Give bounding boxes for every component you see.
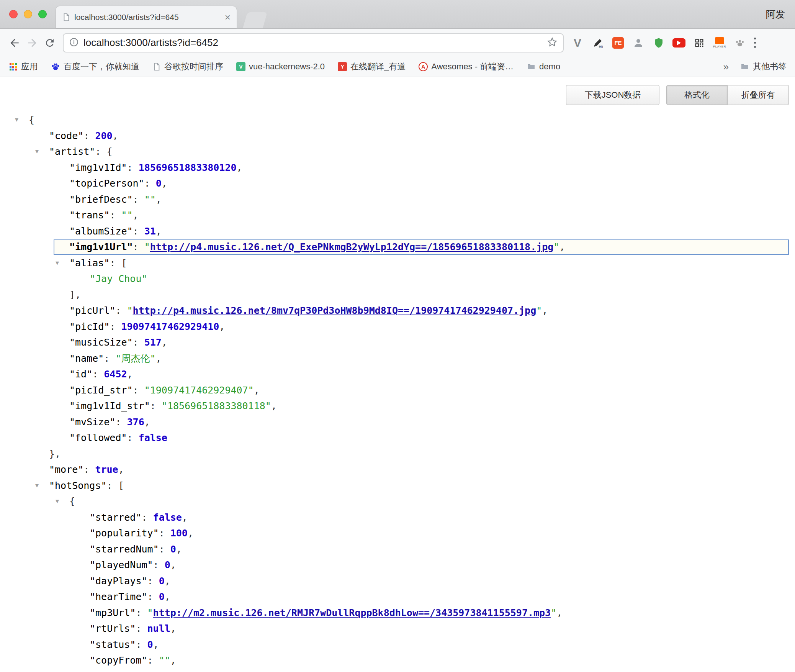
json-punctuation: :	[150, 400, 162, 411]
json-punctuation: [	[118, 480, 124, 491]
bookmark-demo-folder[interactable]: demo	[527, 62, 560, 72]
player-icon	[715, 37, 724, 44]
json-punctuation: ,	[118, 464, 124, 475]
json-line: "dayPlays": 0,	[0, 573, 795, 589]
fe-extension-icon[interactable]: FE	[610, 35, 626, 51]
json-punctuation: ,	[182, 512, 188, 523]
json-string: ""	[159, 655, 170, 666]
json-number: 0	[170, 544, 176, 555]
json-punctuation: ,	[170, 559, 176, 570]
json-punctuation: ,	[127, 369, 133, 380]
json-key: "id"	[69, 369, 92, 380]
json-link[interactable]: http://m2.music.126.net/RMJR7wDullRqppBk…	[153, 607, 551, 618]
json-number: 0	[159, 591, 165, 602]
player-extension-icon[interactable]: PLAYER	[712, 35, 727, 51]
json-line: ▼{	[0, 112, 795, 128]
json-punctuation: ,	[156, 226, 162, 237]
json-link[interactable]: http://p4.music.126.net/8mv7qP30Pd3oHW8b…	[133, 305, 537, 316]
collapse-toggle-icon[interactable]: ▼	[35, 478, 39, 494]
json-line: "picUrl": "http://p4.music.126.net/8mv7q…	[0, 303, 795, 319]
close-window-button[interactable]	[9, 10, 18, 18]
new-tab-button[interactable]	[243, 12, 267, 28]
back-button[interactable]	[7, 35, 22, 51]
json-line: ],	[0, 287, 795, 303]
collapse-toggle-icon[interactable]: ▼	[56, 255, 59, 271]
bookmark-vue-hackernews[interactable]: V vue-hackernews-2.0	[236, 62, 325, 72]
json-punctuation: :	[133, 241, 144, 252]
json-punctuation: ,	[219, 321, 225, 332]
json-key: "alias"	[69, 257, 110, 269]
json-line: "status": 0,	[0, 637, 795, 653]
bookmark-star-icon[interactable]	[547, 37, 558, 49]
json-line: "rtUrls": null,	[0, 621, 795, 637]
minimize-window-button[interactable]	[24, 10, 32, 18]
json-punctuation: :	[83, 130, 95, 141]
json-punctuation: :	[159, 528, 170, 539]
shield-extension-icon[interactable]	[651, 35, 666, 51]
vue-icon: V	[236, 62, 245, 71]
collapse-toggle-icon[interactable]: ▼	[15, 112, 18, 128]
bookmark-youdao[interactable]: Y 在线翻译_有道	[338, 61, 406, 72]
bookmark-label: 谷歌按时间排序	[164, 61, 223, 72]
json-punctuation: ,	[162, 337, 167, 348]
json-number: 0	[147, 639, 153, 650]
bookmark-google-sort[interactable]: 谷歌按时间排序	[152, 61, 223, 72]
collapse-toggle-icon[interactable]: ▼	[35, 144, 39, 160]
json-punctuation: ,	[156, 353, 162, 364]
browser-tab[interactable]: localhost:3000/artists?id=645 ×	[56, 6, 237, 28]
json-punctuation: :	[83, 464, 95, 475]
json-key: "hearTime"	[90, 591, 147, 602]
fe-glyph: FE	[612, 37, 624, 49]
vimium-extension-icon[interactable]: V	[570, 35, 585, 51]
forward-button[interactable]	[25, 35, 40, 51]
json-line: },	[0, 446, 795, 462]
profile-name[interactable]: 阿发	[766, 8, 785, 21]
json-key: "picUrl"	[69, 305, 115, 316]
collapse-all-button[interactable]: 折叠所有	[728, 85, 789, 105]
bookmark-apps[interactable]: 应用	[8, 61, 38, 72]
qrcode-extension-icon[interactable]	[692, 35, 707, 51]
youtube-extension-icon[interactable]	[671, 35, 687, 51]
json-line: ▼"artist": {	[0, 144, 795, 160]
bookmark-baidu[interactable]: 百度一下，你就知道	[51, 61, 139, 72]
json-punctuation: :	[127, 162, 139, 173]
fullscreen-window-button[interactable]	[38, 10, 47, 18]
json-punctuation: ,	[153, 639, 159, 650]
reload-button[interactable]	[42, 35, 57, 51]
format-button[interactable]: 格式化	[666, 85, 728, 105]
json-punctuation: :	[141, 512, 153, 523]
bookmarks-overflow-chevron[interactable]: »	[723, 61, 729, 73]
bookmark-awesomes[interactable]: A Awesomes - 前端资…	[419, 61, 514, 72]
page-content: 下载JSON数据 格式化 折叠所有 ▼{"code": 200,▼"artist…	[0, 77, 795, 669]
json-string: "	[144, 241, 150, 252]
other-bookmarks-folder[interactable]: 其他书签	[740, 61, 787, 72]
browser-menu-icon[interactable]	[749, 35, 761, 51]
site-info-icon[interactable]	[69, 37, 79, 49]
url-text[interactable]: localhost:3000/artists?id=6452	[83, 37, 547, 49]
download-json-button[interactable]: 下载JSON数据	[566, 85, 659, 105]
json-key: "more"	[49, 464, 83, 475]
tab-close-icon[interactable]: ×	[225, 12, 231, 22]
json-punctuation: :	[107, 480, 118, 491]
json-punctuation: ,	[170, 623, 176, 634]
json-string: ""	[121, 210, 132, 221]
browser-toolbar: localhost:3000/artists?id=6452 V en FE P…	[0, 29, 795, 57]
address-bar[interactable]: localhost:3000/artists?id=6452	[63, 33, 564, 52]
json-link[interactable]: http://p4.music.126.net/Q_ExePNkmgB2yWyL…	[150, 241, 554, 252]
page-favicon-icon	[62, 13, 70, 21]
json-key: "albumSize"	[69, 226, 133, 237]
json-line: "copyFrom": "",	[0, 652, 795, 669]
bookmarks-bar: 应用 百度一下，你就知道 谷歌按时间排序 V vue-hackernews-2.…	[0, 57, 795, 77]
translate-extension-icon[interactable]: en	[590, 35, 605, 51]
json-line: "starred": false,	[0, 510, 795, 526]
collapse-toggle-icon[interactable]: ▼	[56, 493, 59, 510]
json-number: 0	[159, 575, 165, 587]
json-punctuation: :	[104, 353, 115, 364]
paw-extension-icon[interactable]	[732, 35, 748, 51]
json-number: 6452	[104, 369, 127, 380]
json-punctuation: :	[136, 623, 147, 634]
user-extension-icon[interactable]	[631, 35, 646, 51]
json-punctuation: ,	[165, 575, 170, 587]
json-punctuation: :	[133, 226, 144, 237]
json-line: ▼"alias": [	[0, 255, 795, 271]
